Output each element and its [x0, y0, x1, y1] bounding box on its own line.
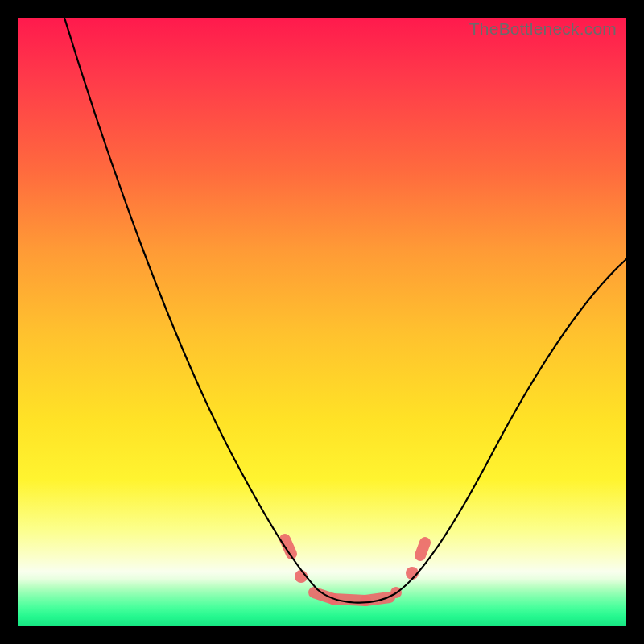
marker-right-upper [420, 543, 425, 555]
chart-svg [18, 18, 626, 626]
highlight-markers [285, 539, 425, 601]
bottleneck-curve-path [64, 18, 626, 603]
watermark-text: TheBottleneck.com [469, 19, 617, 39]
chart-plot-area: TheBottleneck.com [18, 18, 626, 626]
chart-frame: TheBottleneck.com [0, 0, 644, 644]
